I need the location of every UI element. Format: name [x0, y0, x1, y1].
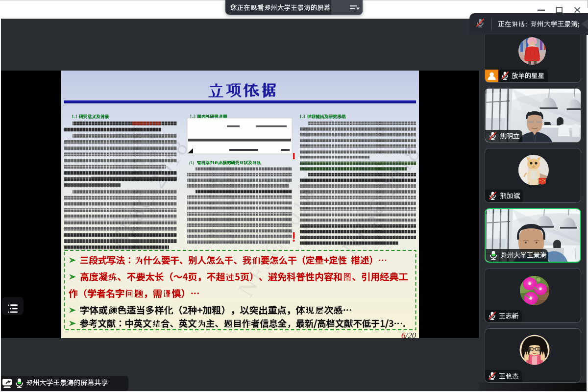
svg-text:6/20: 6/20	[401, 331, 416, 338]
svg-text:1.3: 1.3	[299, 114, 305, 119]
svg-text:(1): (1)	[189, 160, 195, 165]
svg-text:1.1: 1.1	[72, 114, 77, 119]
